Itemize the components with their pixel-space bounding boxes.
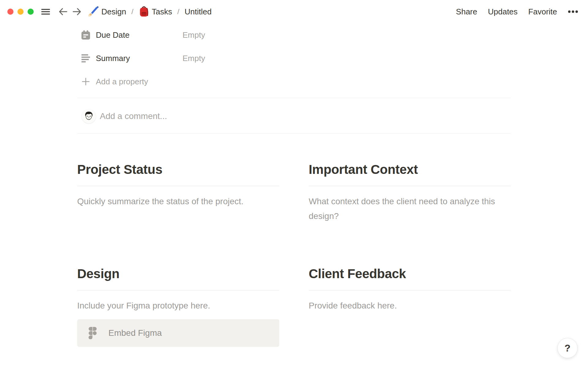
section-title: Design xyxy=(77,266,279,282)
section-title: Important Context xyxy=(309,162,511,178)
section-divider xyxy=(77,186,279,186)
add-property-button[interactable]: Add a property xyxy=(96,77,148,86)
hamburger-icon xyxy=(41,7,50,16)
section-body[interactable]: Provide feedback here. xyxy=(309,298,511,313)
ellipsis-icon xyxy=(568,10,578,13)
property-label[interactable]: Due Date xyxy=(96,30,183,40)
arrow-right-icon xyxy=(72,7,82,17)
breadcrumb: Design / Tasks / Untitled xyxy=(87,6,212,17)
section-body[interactable]: Quickly summarize the status of the proj… xyxy=(77,194,279,209)
figma-icon xyxy=(89,327,97,339)
topbar: Design / Tasks / Untitled Share Updates … xyxy=(0,0,588,23)
more-button[interactable] xyxy=(568,10,578,13)
section-title: Project Status xyxy=(77,162,279,178)
zoom-button[interactable] xyxy=(28,9,34,15)
updates-button[interactable]: Updates xyxy=(488,7,518,17)
favorite-button[interactable]: Favorite xyxy=(528,7,557,17)
property-value[interactable]: Empty xyxy=(183,30,205,40)
property-value[interactable]: Empty xyxy=(183,54,205,63)
minimize-button[interactable] xyxy=(17,9,24,15)
calendar-icon xyxy=(81,30,90,40)
section-title: Client Feedback xyxy=(309,266,511,282)
help-button[interactable]: ? xyxy=(557,338,578,358)
section-divider xyxy=(309,186,511,186)
back-button[interactable] xyxy=(58,7,68,17)
breadcrumb-label: Untitled xyxy=(185,7,212,17)
window-controls xyxy=(7,9,34,15)
breadcrumb-separator: / xyxy=(177,7,179,16)
section-design: Design Include your Figma prototype here… xyxy=(77,266,279,347)
embed-figma-label: Embed Figma xyxy=(108,328,162,338)
breadcrumb-label: Design xyxy=(101,7,126,17)
arrow-left-icon xyxy=(58,7,68,17)
close-button[interactable] xyxy=(7,9,13,15)
comment-input[interactable]: Add a comment... xyxy=(100,111,511,121)
section-project-status: Project Status Quickly summarize the sta… xyxy=(77,162,279,224)
breadcrumb-label: Tasks xyxy=(152,7,172,17)
forward-button[interactable] xyxy=(72,7,82,17)
add-property-row: Add a property xyxy=(77,75,511,89)
property-row-due-date: Due Date Empty xyxy=(77,28,511,42)
breadcrumb-item-design[interactable]: Design xyxy=(87,6,126,17)
text-lines-icon xyxy=(81,54,90,63)
breadcrumb-item-tasks[interactable]: Tasks xyxy=(139,6,172,17)
breadcrumb-separator: / xyxy=(131,7,134,16)
property-row-summary: Summary Empty xyxy=(77,51,511,65)
embed-figma-button[interactable]: Embed Figma xyxy=(77,319,279,347)
comment-row: Add a comment... xyxy=(77,108,511,125)
page-properties: Due Date Empty Summary Empty Add a xyxy=(77,23,511,89)
section-divider xyxy=(309,290,511,290)
columns-row-2: Design Include your Figma prototype here… xyxy=(77,266,511,347)
breadcrumb-item-untitled[interactable]: Untitled xyxy=(185,7,212,17)
divider xyxy=(77,133,511,133)
paintbrush-icon xyxy=(87,6,99,17)
section-body[interactable]: What context does the client need to ana… xyxy=(309,194,511,224)
section-client-feedback: Client Feedback Provide feedback here. xyxy=(309,266,511,347)
page-body: Due Date Empty Summary Empty Add a xyxy=(77,23,511,347)
property-label[interactable]: Summary xyxy=(96,54,183,63)
share-button[interactable]: Share xyxy=(456,7,477,17)
section-divider xyxy=(77,290,279,290)
divider xyxy=(77,98,511,98)
topbar-actions: Share Updates Favorite xyxy=(456,7,578,17)
section-body[interactable]: Include your Figma prototype here. xyxy=(77,298,279,313)
plus-icon xyxy=(81,77,90,86)
user-avatar xyxy=(82,109,96,123)
section-important-context: Important Context What context does the … xyxy=(309,162,511,224)
backpack-icon xyxy=(139,6,149,17)
columns-row-1: Project Status Quickly summarize the sta… xyxy=(77,162,511,224)
sidebar-toggle-button[interactable] xyxy=(41,7,50,16)
